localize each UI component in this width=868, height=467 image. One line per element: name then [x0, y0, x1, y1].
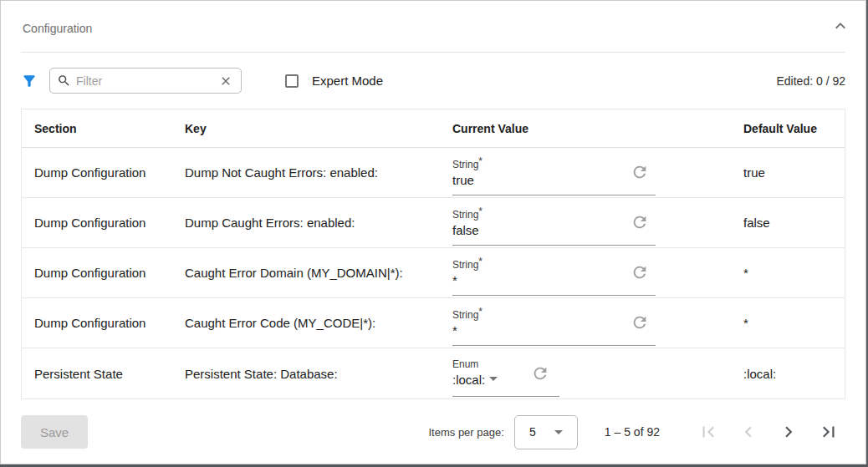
- close-icon: [219, 74, 232, 88]
- required-marker: *: [478, 306, 483, 317]
- cell-section: Dump Configuration: [22, 266, 185, 280]
- required-marker: *: [478, 155, 483, 167]
- collapse-panel-button[interactable]: [829, 14, 852, 38]
- field-main: String* true: [452, 155, 631, 190]
- cell-current-value: String* true: [452, 148, 743, 197]
- items-per-page-select[interactable]: 5: [514, 415, 578, 449]
- reset-to-default-button[interactable]: [631, 163, 649, 181]
- chevron-left-icon: [738, 421, 759, 443]
- field-main: Enum :local:: [452, 358, 531, 389]
- cell-current-value: String* *: [452, 298, 743, 348]
- cell-default-value: *: [743, 266, 845, 280]
- last-page-icon: [818, 421, 840, 443]
- cell-key: Dump Caught Errors: enabled:: [185, 216, 452, 230]
- cell-current-value: String* *: [452, 248, 743, 297]
- panel-header: Configuration: [1, 1, 865, 52]
- current-value-field[interactable]: String* false: [452, 201, 656, 246]
- required-marker: *: [478, 256, 483, 267]
- cell-key: Dump Not Caught Errors: enabled:: [185, 165, 452, 180]
- cell-default-value: :local:: [743, 367, 845, 381]
- table-body: Dump Configuration Dump Not Caught Error…: [22, 148, 845, 398]
- table-row: Dump Configuration Caught Error Code (MY…: [22, 298, 845, 348]
- range-label: 1 – 5 of 92: [605, 425, 660, 439]
- table-row: Dump Configuration Dump Caught Errors: e…: [22, 198, 845, 248]
- filter-input[interactable]: [76, 74, 217, 88]
- current-value-text[interactable]: true: [452, 171, 474, 190]
- cell-section: Dump Configuration: [22, 316, 185, 330]
- value-type-label: String*: [452, 305, 631, 322]
- cell-current-value: Enum :local:: [452, 348, 743, 398]
- refresh-icon: [631, 213, 649, 231]
- expert-mode-checkbox[interactable]: [285, 74, 299, 88]
- refresh-icon: [531, 364, 549, 383]
- table-row: Dump Configuration Caught Error Domain (…: [22, 248, 845, 298]
- previous-page-button[interactable]: [732, 415, 765, 449]
- value-type-label: String*: [452, 205, 631, 221]
- column-header-key: Key: [185, 122, 452, 135]
- column-header-default-value: Default Value: [743, 122, 845, 135]
- current-value-text[interactable]: *: [452, 322, 457, 340]
- dropdown-arrow-icon: [554, 430, 563, 434]
- clear-filter-button[interactable]: [217, 73, 234, 89]
- cell-key: Caught Error Domain (MY_DOMAIN|*):: [185, 266, 452, 280]
- select-arrow-icon: [489, 377, 498, 381]
- first-page-icon: [697, 421, 719, 443]
- cell-section: Dump Configuration: [22, 216, 185, 230]
- current-value-text[interactable]: *: [452, 272, 457, 290]
- last-page-button[interactable]: [812, 415, 845, 449]
- refresh-icon: [631, 313, 649, 332]
- current-value-text[interactable]: :local:: [452, 371, 485, 389]
- cell-default-value: false: [743, 216, 845, 230]
- cell-default-value: true: [743, 165, 845, 180]
- chevron-up-icon: [830, 16, 850, 36]
- value-type-label: Enum: [452, 358, 531, 371]
- next-page-button[interactable]: [772, 415, 805, 449]
- save-button[interactable]: Save: [21, 415, 88, 449]
- current-value-field[interactable]: String* *: [452, 302, 656, 346]
- search-icon: [57, 74, 71, 88]
- table-row: Dump Configuration Dump Not Caught Error…: [22, 148, 845, 198]
- value-type-label: String*: [452, 155, 631, 171]
- reset-to-default-button[interactable]: [631, 213, 649, 231]
- chevron-right-icon: [778, 421, 799, 443]
- footer-bar: Save Items per page: 5 1 – 5 of 92: [1, 399, 865, 464]
- page-title: Configuration: [23, 22, 92, 35]
- column-header-current-value: Current Value: [452, 122, 743, 135]
- cell-default-value: *: [743, 316, 845, 330]
- field-main: String* *: [452, 305, 631, 340]
- value-type-label: String*: [452, 255, 631, 272]
- filter-field: [49, 68, 242, 94]
- cell-section: Persistent State: [22, 367, 185, 381]
- first-page-button[interactable]: [692, 415, 725, 449]
- configuration-table: Section Key Current Value Default Value …: [21, 109, 845, 399]
- current-value-text[interactable]: false: [452, 221, 479, 240]
- edited-counter: Edited: 0 / 92: [776, 74, 845, 88]
- current-value-field[interactable]: Enum :local:: [452, 352, 559, 397]
- current-value-field[interactable]: String* *: [452, 251, 656, 296]
- table-header-row: Section Key Current Value Default Value: [22, 109, 845, 148]
- cell-key: Caught Error Code (MY_CODE|*):: [185, 316, 452, 330]
- column-header-section: Section: [22, 122, 185, 135]
- cell-key: Persistent State: Database:: [185, 367, 452, 381]
- field-main: String* false: [452, 205, 631, 240]
- cell-section: Dump Configuration: [22, 165, 185, 180]
- filter-funnel-icon: [21, 73, 38, 89]
- table-row: Persistent State Persistent State: Datab…: [22, 348, 845, 398]
- cell-current-value: String* false: [452, 198, 743, 247]
- configuration-panel: Configuration Expert Mode Edit: [0, 0, 866, 464]
- paginator: Items per page: 5 1 – 5 of 92: [429, 415, 846, 449]
- reset-to-default-button[interactable]: [631, 263, 649, 282]
- refresh-icon: [631, 263, 649, 282]
- refresh-icon: [631, 163, 649, 181]
- filter-toolbar: Expert Mode Edited: 0 / 92: [1, 53, 865, 109]
- reset-to-default-button[interactable]: [631, 313, 649, 332]
- items-per-page-label: Items per page:: [429, 426, 504, 439]
- current-value-field[interactable]: String* true: [452, 151, 656, 195]
- reset-to-default-button[interactable]: [531, 364, 549, 383]
- items-per-page-value: 5: [529, 425, 536, 439]
- expert-mode-toggle[interactable]: Expert Mode: [285, 74, 383, 88]
- required-marker: *: [478, 206, 483, 217]
- expert-mode-label: Expert Mode: [312, 74, 383, 88]
- field-main: String* *: [452, 255, 631, 290]
